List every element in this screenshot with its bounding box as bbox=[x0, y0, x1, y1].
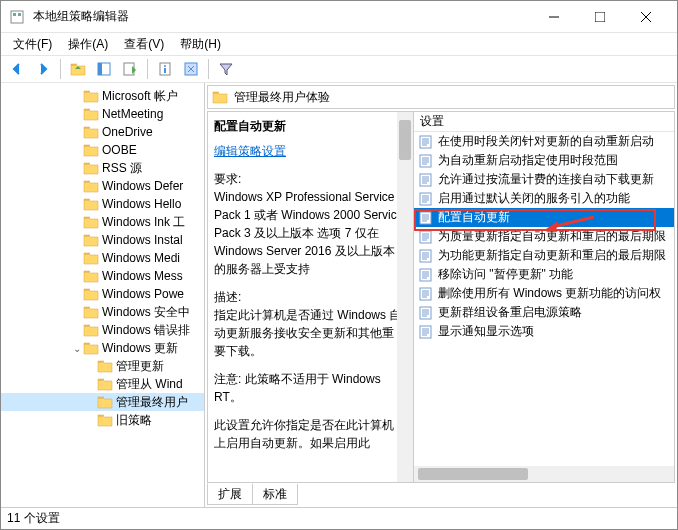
maximize-button[interactable] bbox=[577, 1, 623, 33]
tree-item-label: Windows 错误排 bbox=[102, 322, 190, 339]
edit-policy-link[interactable]: 编辑策略设置 bbox=[214, 143, 286, 160]
setting-row[interactable]: 显示通知显示选项 bbox=[414, 322, 674, 341]
description-scrollbar[interactable] bbox=[397, 112, 413, 482]
tree-item-label: Windows Instal bbox=[102, 233, 183, 247]
tree-item[interactable]: Windows Defer bbox=[1, 177, 204, 195]
tab-extended[interactable]: 扩展 bbox=[207, 483, 253, 505]
folder-icon bbox=[83, 305, 99, 319]
setting-row[interactable]: 移除访问 "暂停更新" 功能 bbox=[414, 265, 674, 284]
settings-column-header[interactable]: 设置 bbox=[414, 112, 674, 132]
setting-text: 此设置允许你指定是否在此计算机上启用自动更新。如果启用此 bbox=[214, 416, 405, 452]
policy-icon bbox=[418, 268, 434, 282]
menu-view[interactable]: 查看(V) bbox=[116, 34, 172, 55]
tree-item-label: Windows Powe bbox=[102, 287, 184, 301]
tree-item[interactable]: OneDrive bbox=[1, 123, 204, 141]
tree-item[interactable]: RSS 源 bbox=[1, 159, 204, 177]
policy-icon bbox=[418, 230, 434, 244]
folder-icon bbox=[83, 107, 99, 121]
setting-row[interactable]: 允许通过按流量计费的连接自动下载更新 bbox=[414, 170, 674, 189]
tree-item[interactable]: Windows Hello bbox=[1, 195, 204, 213]
folder-icon bbox=[97, 359, 113, 373]
tree-item-label: Microsoft 帐户 bbox=[102, 88, 178, 105]
show-hide-tree-button[interactable] bbox=[92, 57, 116, 81]
tree-item[interactable]: Windows 安全中 bbox=[1, 303, 204, 321]
statusbar: 11 个设置 bbox=[1, 507, 677, 529]
svg-rect-7 bbox=[18, 13, 21, 16]
setting-row[interactable]: 为自动重新启动指定使用时段范围 bbox=[414, 151, 674, 170]
settings-list[interactable]: 在使用时段关闭针对更新的自动重新启动为自动重新启动指定使用时段范围允许通过按流量… bbox=[414, 132, 674, 466]
tree-item[interactable]: NetMeeting bbox=[1, 105, 204, 123]
tree-item-label: OOBE bbox=[102, 143, 137, 157]
refresh-button[interactable] bbox=[179, 57, 203, 81]
tab-standard[interactable]: 标准 bbox=[252, 484, 298, 505]
folder-icon bbox=[97, 413, 113, 427]
chevron-down-icon[interactable]: ⌄ bbox=[71, 343, 83, 354]
tree-item-label: NetMeeting bbox=[102, 107, 163, 121]
svg-rect-13 bbox=[98, 63, 102, 75]
setting-row[interactable]: 更新群组设备重启电源策略 bbox=[414, 303, 674, 322]
tree-item[interactable]: Windows Powe bbox=[1, 285, 204, 303]
folder-icon bbox=[83, 125, 99, 139]
settings-column: 设置 在使用时段关闭针对更新的自动重新启动为自动重新启动指定使用时段范围允许通过… bbox=[414, 112, 674, 482]
minimize-button[interactable] bbox=[531, 1, 577, 33]
tree-item-label: 旧策略 bbox=[116, 412, 152, 429]
menubar: 文件(F) 操作(A) 查看(V) 帮助(H) bbox=[1, 33, 677, 55]
setting-label: 启用通过默认关闭的服务引入的功能 bbox=[438, 190, 630, 207]
setting-row[interactable]: 为功能更新指定自动更新和重启的最后期限 bbox=[414, 246, 674, 265]
tree-item-label: 管理最终用户 bbox=[116, 394, 188, 411]
tree[interactable]: Microsoft 帐户NetMeetingOneDriveOOBERSS 源W… bbox=[1, 83, 204, 507]
tree-item[interactable]: OOBE bbox=[1, 141, 204, 159]
setting-row[interactable]: 在使用时段关闭针对更新的自动重新启动 bbox=[414, 132, 674, 151]
tree-item-label: RSS 源 bbox=[102, 160, 142, 177]
tree-item[interactable]: 管理更新 bbox=[1, 357, 204, 375]
svg-rect-6 bbox=[13, 13, 16, 16]
description-label: 描述: bbox=[214, 288, 405, 306]
setting-label: 删除使用所有 Windows 更新功能的访问权 bbox=[438, 285, 661, 302]
tree-item-label: Windows Medi bbox=[102, 251, 180, 265]
tree-item[interactable]: Windows Instal bbox=[1, 231, 204, 249]
folder-icon bbox=[212, 90, 228, 104]
policy-icon bbox=[418, 154, 434, 168]
menu-file[interactable]: 文件(F) bbox=[5, 34, 60, 55]
setting-label: 移除访问 "暂停更新" 功能 bbox=[438, 266, 573, 283]
tree-item[interactable]: 管理从 Wind bbox=[1, 375, 204, 393]
menu-help[interactable]: 帮助(H) bbox=[172, 34, 229, 55]
menu-action[interactable]: 操作(A) bbox=[60, 34, 116, 55]
setting-label: 为质量更新指定自动更新和重启的最后期限 bbox=[438, 228, 666, 245]
folder-icon bbox=[83, 197, 99, 211]
tree-item[interactable]: ⌄Windows 更新 bbox=[1, 339, 204, 357]
folder-icon bbox=[97, 377, 113, 391]
setting-row[interactable]: 删除使用所有 Windows 更新功能的访问权 bbox=[414, 284, 674, 303]
svg-rect-5 bbox=[11, 11, 23, 23]
tree-item[interactable]: 管理最终用户 bbox=[1, 393, 204, 411]
properties-button[interactable] bbox=[153, 57, 177, 81]
setting-label: 在使用时段关闭针对更新的自动重新启动 bbox=[438, 133, 654, 150]
tree-item[interactable]: Windows Ink 工 bbox=[1, 213, 204, 231]
back-button[interactable] bbox=[5, 57, 29, 81]
setting-row[interactable]: 配置自动更新 bbox=[414, 208, 674, 227]
tree-item[interactable]: Windows Mess bbox=[1, 267, 204, 285]
svg-rect-17 bbox=[164, 68, 166, 73]
up-button[interactable] bbox=[66, 57, 90, 81]
tree-item[interactable]: Microsoft 帐户 bbox=[1, 87, 204, 105]
setting-row[interactable]: 启用通过默认关闭的服务引入的功能 bbox=[414, 189, 674, 208]
tree-item[interactable]: Windows 错误排 bbox=[1, 321, 204, 339]
tree-item-label: Windows Ink 工 bbox=[102, 214, 185, 231]
filter-button[interactable] bbox=[214, 57, 238, 81]
status-count: 11 个设置 bbox=[7, 510, 60, 527]
policy-icon bbox=[418, 325, 434, 339]
tree-panel: Microsoft 帐户NetMeetingOneDriveOOBERSS 源W… bbox=[1, 83, 205, 507]
tree-item-label: OneDrive bbox=[102, 125, 153, 139]
svg-point-16 bbox=[164, 65, 166, 67]
tree-item-label: Windows 安全中 bbox=[102, 304, 190, 321]
tree-item[interactable]: 旧策略 bbox=[1, 411, 204, 429]
export-button[interactable] bbox=[118, 57, 142, 81]
settings-hscrollbar[interactable] bbox=[414, 466, 674, 482]
close-button[interactable] bbox=[623, 1, 669, 33]
folder-icon bbox=[83, 251, 99, 265]
tree-item[interactable]: Windows Medi bbox=[1, 249, 204, 267]
folder-icon bbox=[83, 89, 99, 103]
forward-button[interactable] bbox=[31, 57, 55, 81]
content-header-title: 管理最终用户体验 bbox=[234, 89, 330, 106]
setting-row[interactable]: 为质量更新指定自动更新和重启的最后期限 bbox=[414, 227, 674, 246]
